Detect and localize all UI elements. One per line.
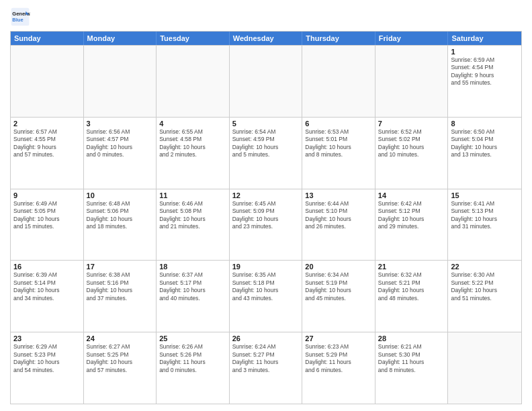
header-day-monday: Monday — [84, 32, 157, 45]
day-info: Sunrise: 6:39 AMSunset: 5:14 PMDaylight:… — [13, 271, 81, 302]
day-info: Sunrise: 6:57 AMSunset: 4:55 PMDaylight:… — [13, 128, 81, 159]
svg-text:Blue: Blue — [12, 17, 23, 23]
header-day-tuesday: Tuesday — [157, 32, 230, 45]
day-info: Sunrise: 6:48 AMSunset: 5:06 PMDaylight:… — [87, 200, 154, 231]
logo-icon: General Blue — [10, 7, 30, 27]
day-number: 18 — [159, 263, 226, 271]
day-info: Sunrise: 6:46 AMSunset: 5:08 PMDaylight:… — [159, 200, 226, 231]
calendar-cell — [230, 46, 303, 117]
day-number: 2 — [13, 120, 81, 128]
logo: General Blue — [10, 7, 30, 27]
calendar: SundayMondayTuesdayWednesdayThursdayFrid… — [10, 31, 522, 404]
day-info: Sunrise: 6:23 AMSunset: 5:29 PMDaylight:… — [305, 343, 372, 374]
day-info: Sunrise: 6:54 AMSunset: 4:59 PMDaylight:… — [232, 128, 300, 159]
day-number: 8 — [451, 120, 519, 128]
day-number: 12 — [232, 191, 300, 199]
day-number: 27 — [305, 334, 372, 342]
calendar-cell — [84, 46, 157, 117]
day-info: Sunrise: 6:21 AMSunset: 5:30 PMDaylight:… — [378, 343, 445, 374]
day-number: 15 — [451, 191, 519, 199]
calendar-cell: 1Sunrise: 6:59 AMSunset: 4:54 PMDaylight… — [448, 46, 521, 117]
day-number: 20 — [305, 263, 372, 271]
header-day-sunday: Sunday — [11, 32, 84, 45]
calendar-cell: 26Sunrise: 6:24 AMSunset: 5:27 PMDayligh… — [230, 332, 303, 404]
calendar-cell: 3Sunrise: 6:56 AMSunset: 4:57 PMDaylight… — [84, 118, 157, 189]
calendar-cell: 21Sunrise: 6:32 AMSunset: 5:21 PMDayligh… — [375, 261, 449, 332]
calendar-cell: 16Sunrise: 6:39 AMSunset: 5:14 PMDayligh… — [11, 261, 84, 332]
header-day-saturday: Saturday — [448, 32, 521, 45]
day-number: 6 — [305, 120, 372, 128]
day-number: 1 — [451, 48, 519, 56]
day-number: 23 — [13, 334, 81, 342]
calendar-cell — [448, 332, 521, 404]
calendar-cell: 18Sunrise: 6:37 AMSunset: 5:17 PMDayligh… — [157, 261, 230, 332]
day-info: Sunrise: 6:27 AMSunset: 5:25 PMDaylight:… — [87, 343, 154, 374]
day-number: 19 — [232, 263, 300, 271]
calendar-cell — [302, 46, 375, 117]
calendar-cell — [375, 46, 449, 117]
calendar-cell: 8Sunrise: 6:50 AMSunset: 5:04 PMDaylight… — [448, 118, 521, 189]
calendar-cell: 19Sunrise: 6:35 AMSunset: 5:18 PMDayligh… — [230, 261, 303, 332]
calendar-row-0: 1Sunrise: 6:59 AMSunset: 4:54 PMDaylight… — [11, 45, 521, 117]
day-info: Sunrise: 6:52 AMSunset: 5:02 PMDaylight:… — [378, 128, 445, 159]
calendar-cell: 15Sunrise: 6:41 AMSunset: 5:13 PMDayligh… — [448, 189, 521, 261]
calendar-cell: 28Sunrise: 6:21 AMSunset: 5:30 PMDayligh… — [375, 332, 449, 404]
day-info: Sunrise: 6:49 AMSunset: 5:05 PMDaylight:… — [13, 200, 81, 231]
day-info: Sunrise: 6:50 AMSunset: 5:04 PMDaylight:… — [451, 128, 519, 159]
calendar-cell: 20Sunrise: 6:34 AMSunset: 5:19 PMDayligh… — [302, 261, 375, 332]
calendar-row-2: 9Sunrise: 6:49 AMSunset: 5:05 PMDaylight… — [11, 189, 521, 261]
calendar-cell — [11, 46, 84, 117]
calendar-cell: 7Sunrise: 6:52 AMSunset: 5:02 PMDaylight… — [375, 118, 449, 189]
day-number: 3 — [87, 120, 154, 128]
header-day-wednesday: Wednesday — [230, 32, 303, 45]
day-number: 25 — [159, 334, 226, 342]
day-info: Sunrise: 6:37 AMSunset: 5:17 PMDaylight:… — [159, 271, 226, 302]
calendar-cell: 24Sunrise: 6:27 AMSunset: 5:25 PMDayligh… — [84, 332, 157, 404]
day-number: 26 — [232, 334, 300, 342]
calendar-cell: 13Sunrise: 6:44 AMSunset: 5:10 PMDayligh… — [302, 189, 375, 261]
day-info: Sunrise: 6:55 AMSunset: 4:58 PMDaylight:… — [159, 128, 226, 159]
day-info: Sunrise: 6:42 AMSunset: 5:12 PMDaylight:… — [378, 200, 445, 231]
day-number: 22 — [451, 263, 519, 271]
calendar-row-3: 16Sunrise: 6:39 AMSunset: 5:14 PMDayligh… — [11, 260, 521, 332]
calendar-cell: 23Sunrise: 6:29 AMSunset: 5:23 PMDayligh… — [11, 332, 84, 404]
header-day-thursday: Thursday — [302, 32, 375, 45]
day-info: Sunrise: 6:53 AMSunset: 5:01 PMDaylight:… — [305, 128, 372, 159]
day-info: Sunrise: 6:30 AMSunset: 5:22 PMDaylight:… — [451, 271, 519, 302]
calendar-row-1: 2Sunrise: 6:57 AMSunset: 4:55 PMDaylight… — [11, 117, 521, 189]
day-number: 7 — [378, 120, 445, 128]
day-info: Sunrise: 6:32 AMSunset: 5:21 PMDaylight:… — [378, 271, 445, 302]
calendar-row-4: 23Sunrise: 6:29 AMSunset: 5:23 PMDayligh… — [11, 332, 521, 404]
page: General Blue SundayMondayTuesdayWednesda… — [0, 0, 532, 411]
day-info: Sunrise: 6:56 AMSunset: 4:57 PMDaylight:… — [87, 128, 154, 159]
day-info: Sunrise: 6:29 AMSunset: 5:23 PMDaylight:… — [13, 343, 81, 374]
day-number: 24 — [87, 334, 154, 342]
day-info: Sunrise: 6:26 AMSunset: 5:26 PMDaylight:… — [159, 343, 226, 374]
calendar-cell: 12Sunrise: 6:45 AMSunset: 5:09 PMDayligh… — [230, 189, 303, 261]
day-info: Sunrise: 6:44 AMSunset: 5:10 PMDaylight:… — [305, 200, 372, 231]
calendar-cell: 14Sunrise: 6:42 AMSunset: 5:12 PMDayligh… — [375, 189, 449, 261]
calendar-cell: 5Sunrise: 6:54 AMSunset: 4:59 PMDaylight… — [230, 118, 303, 189]
header: General Blue — [10, 7, 522, 27]
calendar-cell: 27Sunrise: 6:23 AMSunset: 5:29 PMDayligh… — [302, 332, 375, 404]
calendar-cell: 2Sunrise: 6:57 AMSunset: 4:55 PMDaylight… — [11, 118, 84, 189]
day-info: Sunrise: 6:35 AMSunset: 5:18 PMDaylight:… — [232, 271, 300, 302]
calendar-cell: 11Sunrise: 6:46 AMSunset: 5:08 PMDayligh… — [157, 189, 230, 261]
calendar-cell: 4Sunrise: 6:55 AMSunset: 4:58 PMDaylight… — [157, 118, 230, 189]
day-info: Sunrise: 6:59 AMSunset: 4:54 PMDaylight:… — [451, 56, 519, 87]
day-info: Sunrise: 6:24 AMSunset: 5:27 PMDaylight:… — [232, 343, 300, 374]
day-info: Sunrise: 6:45 AMSunset: 5:09 PMDaylight:… — [232, 200, 300, 231]
day-number: 16 — [13, 263, 81, 271]
calendar-cell: 9Sunrise: 6:49 AMSunset: 5:05 PMDaylight… — [11, 189, 84, 261]
day-number: 9 — [13, 191, 81, 199]
calendar-cell: 22Sunrise: 6:30 AMSunset: 5:22 PMDayligh… — [448, 261, 521, 332]
day-number: 13 — [305, 191, 372, 199]
day-number: 14 — [378, 191, 445, 199]
calendar-header: SundayMondayTuesdayWednesdayThursdayFrid… — [11, 32, 521, 45]
day-info: Sunrise: 6:34 AMSunset: 5:19 PMDaylight:… — [305, 271, 372, 302]
day-number: 28 — [378, 334, 445, 342]
day-number: 17 — [87, 263, 154, 271]
day-number: 11 — [159, 191, 226, 199]
calendar-body: 1Sunrise: 6:59 AMSunset: 4:54 PMDaylight… — [11, 45, 521, 404]
day-number: 21 — [378, 263, 445, 271]
